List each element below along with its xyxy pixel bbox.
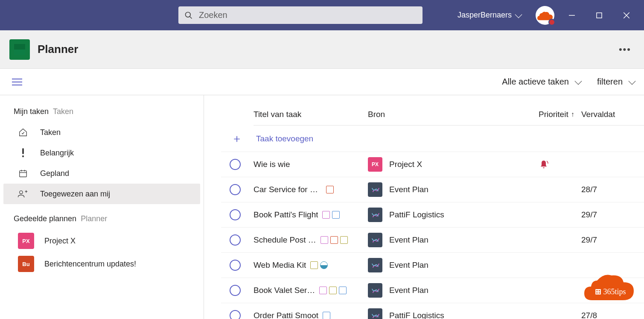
category-tag: [322, 211, 330, 219]
important-icon: [18, 148, 28, 158]
hamburger-button[interactable]: [9, 76, 25, 88]
title-right: JasperBernaers: [458, 6, 636, 25]
task-title-text: Schedule Post …: [254, 235, 316, 245]
col-source[interactable]: Bron: [368, 110, 539, 119]
user-menu[interactable]: JasperBernaers: [458, 6, 554, 25]
maximize-button[interactable]: [589, 6, 609, 25]
active-tasks-filter[interactable]: Alle actieve taken: [502, 77, 581, 87]
heading-title: Mijn taken: [14, 107, 49, 116]
sidebar-item-planned[interactable]: Gepland: [3, 163, 200, 184]
filter-button[interactable]: filteren: [597, 77, 635, 87]
search-input[interactable]: [199, 10, 417, 20]
task-source: PattiF Logistics: [368, 208, 539, 222]
task-checkbox[interactable]: [230, 184, 241, 195]
sidebar: Mijn taken Taken Taken Belangrijk Geplan…: [0, 95, 204, 319]
sort-ascending-icon: ↑: [571, 111, 574, 118]
source-icon: [368, 182, 382, 197]
close-button[interactable]: [617, 6, 636, 25]
source-icon: [368, 283, 382, 298]
task-tags: [326, 186, 334, 193]
task-checkbox[interactable]: [230, 285, 241, 296]
task-title: Book Patti's Flight: [254, 210, 368, 219]
sidebar-item-label: Taken: [40, 128, 61, 137]
source-icon: [368, 208, 382, 222]
plan-icon: PX: [18, 233, 34, 249]
sidebar-item-label: Gepland: [40, 169, 69, 178]
task-checkbox[interactable]: [230, 310, 241, 319]
urgent-icon: [539, 159, 549, 170]
minimize-button[interactable]: [562, 6, 582, 25]
avatar[interactable]: [536, 6, 554, 25]
svg-point-0: [186, 12, 191, 17]
task-row[interactable]: Book Patti's Flight PattiF Logistics 29/…: [221, 202, 644, 228]
task-checkbox[interactable]: [230, 209, 241, 220]
source-name: PattiF Logistics: [389, 311, 444, 319]
task-title: Wie is wie: [254, 160, 368, 169]
source-name: Project X: [389, 160, 422, 169]
plus-icon: ＋: [230, 131, 243, 146]
category-tag: [326, 186, 334, 193]
task-due: 27/8: [581, 311, 597, 319]
task-due: 29/7: [581, 210, 597, 219]
task-title: Order Patti Smoot: [254, 311, 368, 319]
task-tags: [319, 287, 347, 294]
add-task-row[interactable]: ＋ Taak toevoegen: [221, 126, 644, 152]
heading-sub: Planner: [81, 214, 107, 223]
sidebar-plan-item[interactable]: PXProject X: [0, 229, 204, 252]
task-checkbox[interactable]: [230, 159, 241, 170]
category-tag: [321, 236, 328, 244]
task-row[interactable]: Schedule Post … Event Plan 29/7: [221, 228, 644, 253]
app-title: Planner: [38, 43, 78, 56]
plan-icon: Bu: [18, 256, 34, 272]
source-name: Event Plan: [389, 185, 428, 194]
sidebar-plan-item[interactable]: BuBerichtencentrum updates!: [0, 252, 204, 275]
heading-sub: Taken: [53, 107, 73, 116]
svg-rect-8: [20, 171, 27, 177]
col-due[interactable]: Vervaldat: [581, 110, 615, 119]
more-button[interactable]: •••: [615, 41, 635, 59]
task-checkbox[interactable]: [230, 234, 241, 246]
col-priority[interactable]: Prioriteit ↑: [539, 110, 581, 119]
sidebar-item-important[interactable]: Belangrijk: [3, 143, 200, 163]
task-title-text: Book Valet Ser…: [254, 286, 315, 295]
col-title[interactable]: Titel van taak: [254, 110, 368, 119]
assigned-icon: [18, 189, 28, 199]
category-tag: [310, 261, 318, 269]
sidebar-section-shared: Gedeelde plannen Planner PXProject XBuBe…: [0, 214, 204, 275]
sidebar-heading-mytasks: Mijn taken Taken: [0, 107, 204, 122]
task-source: PXProject X: [368, 157, 539, 172]
source-icon: [368, 233, 382, 247]
sidebar-item-label: Toegewezen aan mij: [40, 190, 110, 199]
task-tags: [322, 211, 340, 219]
category-tag: [323, 312, 330, 319]
progress-icon: [320, 261, 328, 269]
svg-rect-6: [22, 148, 24, 154]
main-content: Titel van taak Bron Prioriteit ↑ Vervald…: [204, 95, 644, 319]
category-tag: [329, 287, 337, 294]
user-name: JasperBernaers: [458, 11, 512, 20]
plan-label: Berichtencentrum updates!: [44, 260, 136, 269]
task-row[interactable]: Wie is wie PXProject X: [221, 152, 644, 177]
chevron-down-icon: [629, 77, 636, 85]
task-row[interactable]: Car Service for Patt… Event Plan 28/7: [221, 177, 644, 202]
task-tags: [310, 261, 328, 269]
task-title: Car Service for Patt…: [254, 185, 368, 194]
watermark-365tips: ⊞ 365tips: [580, 272, 635, 306]
task-checkbox[interactable]: [230, 260, 241, 271]
sidebar-heading-shared: Gedeelde plannen Planner: [0, 214, 204, 229]
task-title-text: Wie is wie: [254, 160, 290, 169]
content: Mijn taken Taken Taken Belangrijk Geplan…: [0, 95, 644, 319]
app-header: Planner •••: [0, 30, 644, 69]
source-icon: [368, 308, 382, 319]
toolbar: Alle actieve taken filteren: [0, 69, 644, 95]
sidebar-item-assigned[interactable]: Toegewezen aan mij: [3, 184, 200, 204]
task-title: Schedule Post …: [254, 235, 368, 245]
task-tags: [323, 312, 330, 319]
sidebar-item-tasks[interactable]: Taken: [3, 122, 200, 143]
search-box[interactable]: [178, 6, 423, 24]
home-icon: [18, 127, 28, 138]
svg-line-1: [190, 16, 192, 18]
category-tag: [340, 236, 348, 244]
heading-title: Gedeelde plannen: [14, 214, 76, 223]
filter-label: Alle actieve taken: [502, 77, 569, 87]
